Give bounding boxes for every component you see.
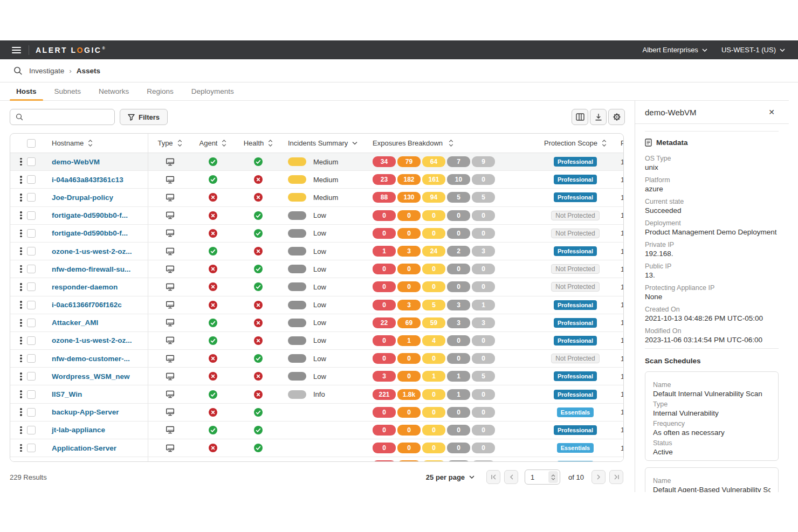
row-checkbox[interactable] (27, 426, 36, 434)
exposures-header[interactable]: Exposures Breakdown (373, 139, 443, 147)
table-row[interactable]: Low00000Essentials (10, 457, 623, 462)
row-checkbox[interactable] (27, 282, 36, 291)
tab-subnets[interactable]: Subnets (48, 82, 88, 100)
tab-deployments[interactable]: Deployments (185, 82, 240, 100)
table-row[interactable]: demo-WebVMMedium34796479Professional1 (10, 153, 623, 171)
table-row[interactable]: i-04a463a843f361c13Medium23182161100Prof… (10, 171, 623, 189)
hostname-link[interactable]: responder-daemon (52, 283, 118, 291)
hostname-link[interactable]: IIS7_Win (52, 390, 82, 398)
search-input[interactable] (10, 109, 115, 125)
prev-page-button[interactable] (504, 470, 518, 484)
first-page-button[interactable] (486, 470, 500, 484)
download-button[interactable] (590, 109, 607, 125)
hostname-link[interactable]: Application-Server (52, 444, 116, 452)
row-menu-icon[interactable] (19, 372, 23, 381)
breadcrumb-section[interactable]: Investigate (29, 67, 64, 75)
table-row[interactable]: backup-App-Server00000Essentials1 (10, 404, 623, 422)
row-checkbox[interactable] (27, 301, 36, 309)
last-page-button[interactable] (609, 470, 623, 484)
row-menu-icon[interactable] (19, 444, 23, 452)
sort-icon[interactable] (222, 139, 226, 147)
sort-icon[interactable] (602, 139, 607, 147)
table-row[interactable]: ozone-1-us-west-2-oz...Low132423Professi… (10, 243, 623, 260)
hostname-link[interactable]: fortigate-0d590bb0-f... (52, 229, 128, 237)
hostname-link[interactable]: Attacker_AMI (52, 319, 98, 327)
table-row[interactable]: jt-lab-appliance00000Professional1 (10, 422, 623, 439)
hostname-link[interactable]: backup-App-Server (52, 408, 119, 416)
table-row[interactable]: Joe-Drupal-policyMedium881309455Professi… (10, 189, 623, 206)
hostname-link[interactable]: Joe-Drupal-policy (52, 194, 113, 202)
row-menu-icon[interactable] (19, 337, 23, 345)
per-page-select[interactable]: 25 per page (426, 473, 474, 481)
row-checkbox[interactable] (27, 354, 36, 363)
row-checkbox[interactable] (27, 408, 36, 417)
table-row[interactable]: ozone-1-us-west-2-oz...Low01400Professio… (10, 332, 623, 350)
agent-header[interactable]: Agent (200, 139, 218, 147)
row-checkbox[interactable] (27, 265, 36, 273)
select-all-checkbox[interactable] (27, 139, 36, 148)
hamburger-menu-icon[interactable] (12, 47, 21, 53)
search-icon[interactable] (13, 66, 23, 75)
row-checkbox[interactable] (27, 390, 36, 399)
table-row[interactable]: fortigate-0d590bb0-f...Low00000Not Prote… (10, 225, 623, 243)
table-row[interactable]: fortigate-0d590bb0-f...Low00000Not Prote… (10, 207, 623, 225)
row-checkbox[interactable] (27, 444, 36, 452)
sort-icon[interactable] (177, 139, 182, 147)
hostname-link[interactable]: i-0ac61366f706f162c (52, 301, 122, 309)
hostname-link[interactable]: i-04a463a843f361c13 (52, 176, 123, 184)
hostname-link[interactable]: demo-WebVM (52, 158, 100, 166)
page-input[interactable]: 1 (525, 469, 560, 485)
account-menu[interactable]: Albert Enterprises (643, 46, 707, 54)
row-menu-icon[interactable] (19, 301, 23, 309)
row-menu-icon[interactable] (19, 230, 23, 238)
table-row[interactable]: nfw-demo-firewall-su...Low00000Not Prote… (10, 260, 623, 278)
hostname-link[interactable]: nfw-demo-customer-... (52, 355, 130, 363)
row-checkbox[interactable] (27, 336, 36, 345)
filters-button[interactable]: Filters (120, 109, 168, 125)
row-menu-icon[interactable] (19, 390, 23, 398)
region-menu[interactable]: US-WEST-1 (US) (721, 46, 785, 54)
hostname-link[interactable]: fortigate-0d590bb0-f... (52, 211, 128, 219)
tab-regions[interactable]: Regions (140, 82, 180, 100)
row-menu-icon[interactable] (19, 176, 23, 184)
row-menu-icon[interactable] (19, 247, 23, 255)
row-menu-icon[interactable] (19, 265, 23, 273)
row-checkbox[interactable] (27, 211, 36, 220)
hostname-link[interactable]: Wordpress_WSM_new (52, 372, 130, 381)
row-menu-icon[interactable] (19, 158, 23, 166)
type-header[interactable]: Type (157, 139, 173, 147)
tab-networks[interactable]: Networks (92, 82, 135, 100)
table-row[interactable]: Attacker_AMILow22695933Professional1 (10, 314, 623, 332)
row-menu-icon[interactable] (19, 211, 23, 219)
next-page-button[interactable] (591, 470, 606, 484)
hostname-link[interactable]: ozone-1-us-west-2-oz... (52, 336, 132, 344)
tab-hosts[interactable]: Hosts (10, 82, 43, 100)
row-checkbox[interactable] (27, 175, 36, 184)
row-checkbox[interactable] (27, 372, 36, 381)
row-menu-icon[interactable] (19, 194, 23, 202)
close-icon[interactable]: ✕ (766, 106, 777, 119)
row-menu-icon[interactable] (19, 319, 23, 327)
row-menu-icon[interactable] (19, 426, 23, 434)
table-row[interactable]: IIS7_WinInfo2211.8k010Professional1 (10, 385, 623, 403)
table-row[interactable]: i-0ac61366f706f162cLow03531Professional1 (10, 296, 623, 314)
sort-icon[interactable] (449, 139, 453, 147)
table-row[interactable]: nfw-demo-customer-...Low00000Not Protect… (10, 350, 623, 368)
hostname-link[interactable]: ozone-1-us-west-2-oz... (52, 247, 132, 255)
table-row[interactable]: Application-Server00000Essentials1 (10, 439, 623, 457)
row-checkbox[interactable] (27, 247, 36, 255)
row-menu-icon[interactable] (19, 355, 23, 363)
table-row[interactable]: Wordpress_WSM_newLow30115Professional1 (10, 368, 623, 385)
scope-header[interactable]: Protection Scope (544, 139, 597, 147)
health-header[interactable]: Health (244, 139, 264, 147)
row-menu-icon[interactable] (19, 283, 23, 291)
incidents-header[interactable]: Incidents Summary (288, 139, 348, 147)
settings-button[interactable] (608, 109, 625, 125)
row-checkbox[interactable] (27, 229, 36, 238)
columns-button[interactable] (572, 109, 588, 125)
hostname-link[interactable]: nfw-demo-firewall-su... (52, 265, 130, 273)
page-stepper[interactable] (548, 471, 558, 483)
sort-icon[interactable] (88, 139, 93, 147)
row-menu-icon[interactable] (19, 408, 23, 416)
hostname-header[interactable]: Hostname (52, 139, 84, 147)
